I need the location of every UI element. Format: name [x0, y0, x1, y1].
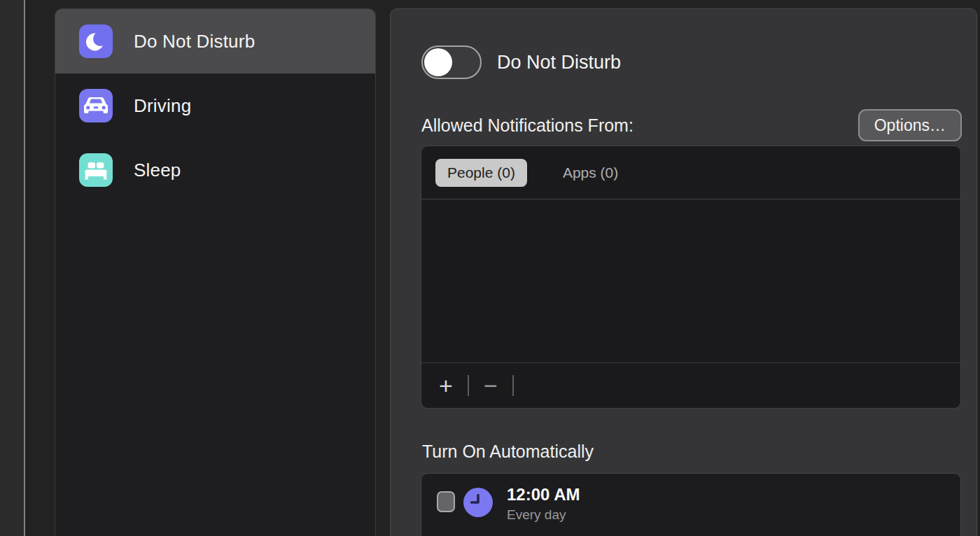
options-button[interactable]: Options…	[858, 109, 962, 141]
window-edge	[0, 0, 24, 536]
focus-modes-list: Do Not Disturb Driving	[55, 8, 376, 536]
dnd-toggle-label: Do Not Disturb	[497, 52, 621, 73]
tab-apps[interactable]: Apps (0)	[551, 159, 630, 187]
dnd-toggle[interactable]	[421, 45, 482, 79]
schedule-checkbox[interactable]	[437, 491, 455, 512]
tab-people[interactable]: People (0)	[435, 159, 527, 187]
footer-divider	[468, 375, 469, 396]
focus-settings-pane: Do Not Disturb Driving	[0, 0, 980, 536]
schedule-frequency: Every day	[507, 507, 580, 523]
sidebar-item-label: Do Not Disturb	[134, 31, 255, 52]
allowed-notifications-header: Allowed Notifications From: Options…	[421, 109, 962, 141]
allowed-list-empty-area	[421, 199, 960, 362]
clock-icon	[463, 488, 493, 517]
allowed-tabs: People (0) Apps (0)	[421, 146, 960, 199]
allowed-notifications-label: Allowed Notifications From:	[421, 115, 634, 136]
allowed-notifications-box: People (0) Apps (0) + −	[421, 146, 961, 409]
turn-on-automatically-heading: Turn On Automatically	[422, 442, 594, 462]
sidebar-item-sleep[interactable]: Sleep	[55, 138, 375, 202]
schedule-time: 12:00 AM	[507, 484, 580, 505]
do-not-disturb-detail-panel: Do Not Disturb Allowed Notifications Fro…	[390, 8, 977, 536]
sidebar-item-do-not-disturb[interactable]: Do Not Disturb	[55, 9, 375, 73]
footer-divider	[512, 375, 514, 396]
pane-divider	[24, 0, 25, 536]
sidebar-item-driving[interactable]: Driving	[55, 73, 375, 138]
remove-button[interactable]: −	[480, 372, 501, 400]
moon-icon	[79, 24, 113, 58]
sidebar-item-label: Sleep	[134, 160, 181, 181]
sidebar-item-label: Driving	[134, 95, 191, 117]
toggle-knob	[424, 48, 452, 76]
car-icon	[79, 89, 113, 122]
list-edit-bar: + −	[421, 362, 960, 408]
bed-icon	[79, 153, 113, 187]
schedule-box: 12:00 AM Every day	[421, 473, 961, 536]
add-button[interactable]: +	[435, 372, 456, 400]
schedule-row[interactable]: 12:00 AM Every day	[507, 484, 580, 523]
dnd-toggle-row: Do Not Disturb	[421, 45, 621, 79]
